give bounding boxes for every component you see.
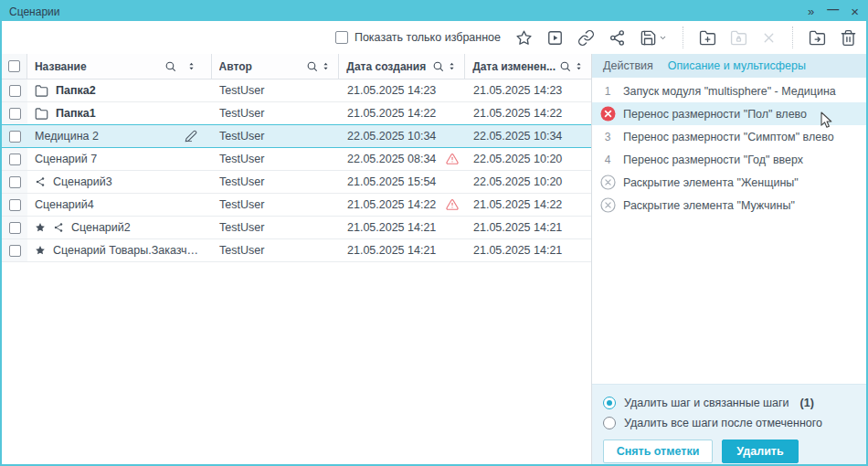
created-date: 21.05.2025 15:54 xyxy=(347,175,436,188)
minimize-button[interactable]: — xyxy=(827,3,838,15)
panel-tabs: Действия Описание и мультисферы xyxy=(592,54,866,78)
table-row[interactable]: Папка2 TestUser 21.05.2025 14:23 21.05.2… xyxy=(2,79,591,102)
star-icon xyxy=(35,245,46,256)
move-to-folder-icon[interactable] xyxy=(809,29,826,47)
sort-icon[interactable] xyxy=(186,60,196,72)
name-cell: Сценарий3 xyxy=(27,171,212,193)
step-label: Перенос размерности "Пол" влево xyxy=(623,108,807,121)
action-step[interactable]: Раскрытие элемента "Женщины" xyxy=(592,171,866,194)
radio-circle[interactable] xyxy=(603,397,616,409)
folder-icon xyxy=(35,107,48,121)
created-date: 21.05.2025 14:23 xyxy=(347,84,436,97)
created-cell: 21.05.2025 14:22 xyxy=(340,102,466,124)
search-icon[interactable] xyxy=(559,60,571,72)
modified-cell: 21.05.2025 14:22 xyxy=(466,102,591,124)
row-checkbox[interactable] xyxy=(2,79,27,101)
author-cell: TestUser xyxy=(212,171,340,193)
warning-icon xyxy=(446,153,459,165)
table-row[interactable]: Папка1 TestUser 21.05.2025 14:22 21.05.2… xyxy=(2,102,591,125)
chevron-down-icon xyxy=(659,34,667,42)
action-step[interactable]: 4 Перенос размерности "Год" вверх xyxy=(592,148,866,171)
author-cell: TestUser xyxy=(212,102,340,124)
tab-description-multispheres[interactable]: Описание и мультисферы xyxy=(668,59,806,72)
delete-option-radio[interactable]: Удалить шаг и связанные шаги (1) xyxy=(603,393,855,413)
search-icon[interactable] xyxy=(306,60,318,72)
scenario-table: Название Автор Дата создания xyxy=(2,54,592,464)
step-skipped-icon[interactable] xyxy=(600,175,616,190)
row-checkbox[interactable] xyxy=(2,217,27,238)
created-date: 21.05.2025 14:22 xyxy=(347,107,436,120)
row-checkbox[interactable] xyxy=(2,171,27,193)
steps-list: 1 Запуск модуля "multisphere" - Медицина… xyxy=(592,78,866,384)
name-cell: Сценарий4 xyxy=(27,194,212,216)
table-row[interactable]: Сценарий Товары.Заказчики TestUser 21.05… xyxy=(2,239,591,262)
favorite-star-icon[interactable] xyxy=(515,29,533,47)
column-header-created[interactable]: Дата создания xyxy=(339,54,465,79)
new-folder-icon[interactable] xyxy=(699,29,716,47)
save-icon[interactable] xyxy=(640,29,667,47)
column-header-modified[interactable]: Дата изменен... xyxy=(465,54,591,79)
modified-cell: 21.05.2025 14:21 xyxy=(466,239,591,261)
delete-icon[interactable] xyxy=(840,29,857,47)
name-cell: Медицина 2 xyxy=(27,125,212,147)
warning-icon xyxy=(446,198,459,211)
sort-icon[interactable] xyxy=(447,60,457,72)
show-favorites-checkbox[interactable]: Показать только избранное xyxy=(335,31,501,44)
row-checkbox[interactable] xyxy=(2,194,27,216)
created-cell: 21.05.2025 14:23 xyxy=(340,79,466,101)
step-number: 1 xyxy=(605,85,611,98)
table-row[interactable]: Сценарий2 TestUser 21.05.2025 14:21 21.0… xyxy=(2,217,591,239)
scenario-name: Сценарий 7 xyxy=(35,153,97,165)
radio-circle[interactable] xyxy=(603,417,616,429)
folder-icon xyxy=(35,84,48,98)
column-label: Название xyxy=(35,60,161,73)
search-icon[interactable] xyxy=(164,60,176,72)
action-step[interactable]: Раскрытие элемента "Мужчины" xyxy=(592,194,866,217)
modified-cell: 21.05.2025 14:22 xyxy=(466,194,591,216)
table-row[interactable]: Сценарий3 TestUser 21.05.2025 15:54 22.0… xyxy=(2,171,591,194)
checkbox-box[interactable] xyxy=(335,31,348,44)
delete-button[interactable]: Удалить xyxy=(722,440,799,463)
table-row[interactable]: Сценарий4 TestUser 21.05.2025 14:22 21.0… xyxy=(2,194,591,217)
step-marker xyxy=(592,197,623,213)
scenario-name: Папка2 xyxy=(56,84,96,97)
action-step[interactable]: 1 Запуск модуля "multisphere" - Медицина xyxy=(592,79,866,102)
table-row[interactable]: Медицина 2 TestUser 22.05.2025 10:34 22.… xyxy=(2,124,591,148)
action-step[interactable]: Перенос размерности "Пол" влево xyxy=(592,102,866,125)
scenario-name: Сценарий Товары.Заказчики xyxy=(53,244,205,257)
created-date: 22.05.2025 10:34 xyxy=(347,130,436,143)
expand-button[interactable]: » xyxy=(808,5,814,17)
select-all-checkbox[interactable] xyxy=(2,54,27,79)
delete-options-footer: Удалить шаг и связанные шаги (1) Удалить… xyxy=(592,384,866,464)
row-checkbox[interactable] xyxy=(2,148,27,170)
sort-icon[interactable] xyxy=(321,60,331,72)
row-checkbox[interactable] xyxy=(2,102,27,124)
toolbar-separator xyxy=(683,26,683,48)
clear-marks-button[interactable]: Снять отметки xyxy=(603,440,713,463)
share-icon[interactable] xyxy=(609,29,626,47)
column-header-author[interactable]: Автор xyxy=(212,54,340,79)
created-date: 21.05.2025 14:21 xyxy=(347,221,436,234)
sort-icon[interactable] xyxy=(574,60,584,72)
copy-link-icon[interactable] xyxy=(577,29,595,47)
run-scenario-icon[interactable] xyxy=(546,29,564,47)
edit-icon[interactable] xyxy=(185,130,197,143)
search-icon[interactable] xyxy=(432,60,444,72)
scenario-name: Сценарий3 xyxy=(53,175,112,188)
action-step[interactable]: 3 Перенос размерности "Симптом" влево xyxy=(592,125,866,148)
close-button[interactable]: × xyxy=(851,5,859,18)
row-checkbox[interactable] xyxy=(2,125,27,147)
actions-panel: Действия Описание и мультисферы 1 Запуск… xyxy=(592,54,866,464)
step-skipped-icon[interactable] xyxy=(600,197,616,213)
column-header-name[interactable]: Название xyxy=(27,54,212,79)
row-checkbox[interactable] xyxy=(2,239,27,261)
tab-actions[interactable]: Действия xyxy=(603,59,653,72)
created-cell: 22.05.2025 10:34 xyxy=(340,125,466,147)
table-row[interactable]: Сценарий 7 TestUser 22.05.2025 08:34 22.… xyxy=(2,148,591,171)
step-removed-icon[interactable] xyxy=(600,106,616,122)
created-date: 21.05.2025 14:21 xyxy=(347,244,436,257)
delete-option-radio[interactable]: Удалить все шаги после отмеченного xyxy=(603,413,855,433)
column-label: Дата изменен... xyxy=(472,60,556,73)
created-cell: 21.05.2025 14:21 xyxy=(340,217,466,238)
folder-access-icon xyxy=(730,29,747,47)
